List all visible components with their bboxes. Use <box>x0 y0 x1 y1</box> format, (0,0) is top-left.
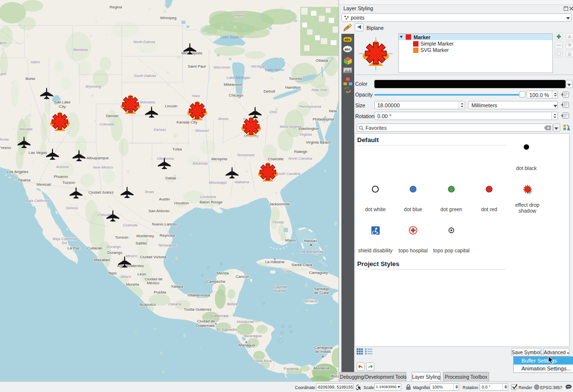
svg-text:Monterrey: Monterrey <box>136 234 154 238</box>
svg-text:Jalisco: Jalisco <box>120 274 131 279</box>
svg-text:Nuevo Laredo: Nuevo Laredo <box>152 222 177 226</box>
svg-text:Virginia Beach: Virginia Beach <box>306 140 331 145</box>
svg-text:New Yo: New Yo <box>329 109 339 113</box>
svg-text:Arkansas: Arkansas <box>192 161 208 166</box>
svg-text:Ottawa: Ottawa <box>315 58 328 63</box>
svg-text:Villahermosa: Villahermosa <box>187 293 210 297</box>
svg-text:Regina: Regina <box>109 5 122 9</box>
svg-text:Baja California: Baja California <box>26 198 50 203</box>
svg-text:Winnipeg: Winnipeg <box>160 16 176 20</box>
svg-text:León: León <box>137 272 146 276</box>
svg-text:Panamá: Panamá <box>284 367 298 371</box>
svg-text:Nassau: Nassau <box>304 239 317 243</box>
svg-text:Acapulco: Acapulco <box>140 302 156 307</box>
svg-text:gton: gton <box>0 41 6 45</box>
svg-text:Lake Superior: Lake Superior <box>221 35 244 39</box>
svg-text:Ciudad Victoria: Ciudad Victoria <box>140 255 167 259</box>
svg-text:Illinois: Illinois <box>218 117 229 121</box>
svg-text:Wisconsin: Wisconsin <box>213 65 230 70</box>
svg-text:La Habana: La Habana <box>265 260 285 264</box>
svg-text:Buca: Buca <box>331 374 339 378</box>
svg-text:Salt Lake: Salt Lake <box>54 100 71 104</box>
svg-text:Milwaukee: Milwaukee <box>224 82 242 87</box>
svg-text:Lake Huron: Lake Huron <box>265 68 285 72</box>
svg-text:Camagüey: Camagüey <box>309 270 328 275</box>
svg-text:Cuba: Cuba <box>283 269 291 273</box>
svg-text:Cancún: Cancún <box>235 274 249 279</box>
svg-text:Houston: Houston <box>174 201 189 205</box>
svg-text:Iowa: Iowa <box>192 94 200 98</box>
svg-text:Culiacán: Culiacán <box>87 246 102 250</box>
svg-text:Saltillo: Saltillo <box>135 241 147 245</box>
svg-text:Reynosa: Reynosa <box>159 233 175 238</box>
svg-text:Tijuana: Tijuana <box>18 178 30 182</box>
svg-text:Mérida: Mérida <box>217 271 229 275</box>
svg-text:Managua: Managua <box>238 343 255 347</box>
svg-text:Missouri: Missouri <box>195 128 209 133</box>
svg-text:abc: abc <box>344 38 350 41</box>
svg-text:México: México <box>126 254 137 258</box>
svg-text:South Dakota: South Dakota <box>133 74 156 78</box>
svg-text:Montana: Montana <box>73 48 87 52</box>
svg-text:North Carolina: North Carolina <box>288 156 312 161</box>
svg-text:Puebla: Puebla <box>154 290 166 294</box>
svg-text:Coahuila: Coahuila <box>123 223 137 227</box>
svg-text:Mexicali: Mexicali <box>37 182 51 187</box>
svg-text:Idaho: Idaho <box>31 60 40 64</box>
svg-text:Tepic: Tepic <box>108 271 117 275</box>
svg-text:Los Angeles: Los Angeles <box>7 170 28 174</box>
svg-text:de Indias: de Indias <box>315 349 331 354</box>
svg-text:Nebraska: Nebraska <box>139 100 155 104</box>
svg-text:Kansas: Kansas <box>154 127 166 132</box>
svg-text:Virginia: Virginia <box>300 132 312 137</box>
svg-text:Nicaragua: Nicaragua <box>244 334 262 338</box>
svg-text:Colorado: Colorado <box>100 122 114 126</box>
svg-text:fornia: fornia <box>0 137 8 142</box>
svg-text:de Cuba: de Cuba <box>314 291 329 295</box>
svg-text:Hamilton: Hamilton <box>285 85 301 90</box>
svg-text:Miami: Miami <box>285 238 296 243</box>
svg-text:Toronto: Toronto <box>289 76 302 81</box>
svg-text:Ontario: Ontario <box>233 13 245 18</box>
svg-text:Florida: Florida <box>273 220 284 224</box>
svg-text:Tuxtla Gutiérrez: Tuxtla Gutiérrez <box>184 307 212 312</box>
svg-text:Alabama: Alabama <box>234 180 249 184</box>
svg-text:Arizona: Arizona <box>55 165 68 169</box>
svg-text:Guatemala: Guatemala <box>209 314 229 318</box>
svg-text:Belize: Belize <box>227 302 238 306</box>
svg-text:México: México <box>147 281 159 285</box>
svg-text:Jacksonville: Jacksonville <box>269 202 290 206</box>
svg-text:Tulsa: Tulsa <box>172 147 182 151</box>
svg-text:El Salvador: El Salvador <box>217 327 237 332</box>
svg-text:New York: New York <box>312 88 328 92</box>
svg-text:Campeche: Campeche <box>207 279 226 284</box>
svg-text:Oklahoma: Oklahoma <box>157 156 174 161</box>
svg-text:Raleigh: Raleigh <box>294 149 307 154</box>
svg-text:Michigan: Michigan <box>251 64 266 69</box>
svg-text:Chicago: Chicago <box>229 93 243 98</box>
svg-text:Costa Rica: Costa Rica <box>252 359 272 363</box>
svg-text:gon: gon <box>0 72 7 76</box>
svg-text:Charlotte: Charlotte <box>268 157 284 161</box>
svg-text:West Virginia: West Virginia <box>280 124 301 129</box>
svg-text:Sur: Sur <box>61 241 67 245</box>
svg-text:Phoenix: Phoenix <box>54 174 68 179</box>
svg-text:Wyoming: Wyoming <box>85 84 101 89</box>
svg-text:Pennsylvania: Pennsylvania <box>299 104 321 109</box>
svg-text:Tucson: Tucson <box>62 180 75 185</box>
svg-text:Albuquerque: Albuquerque <box>86 156 109 160</box>
svg-text:Denver: Denver <box>106 114 119 118</box>
svg-text:Durango: Durango <box>107 250 123 255</box>
svg-text:Boise: Boise <box>26 76 36 81</box>
svg-text:Nevada: Nevada <box>20 127 32 131</box>
svg-text:Sonora: Sonora <box>66 206 78 210</box>
svg-text:abc: abc <box>344 48 350 51</box>
svg-text:Tennessee: Tennessee <box>237 153 255 157</box>
svg-text:Lake Michigan: Lake Michigan <box>227 75 250 80</box>
svg-text:Saint Paul: Saint Paul <box>188 64 206 69</box>
svg-text:Ohio: Ohio <box>269 110 277 114</box>
svg-text:Kansas City: Kansas City <box>177 120 198 124</box>
svg-text:Mississippi: Mississippi <box>209 180 227 185</box>
svg-text:Xalapa: Xalapa <box>171 284 183 289</box>
svg-text:Oaxaca: Oaxaca <box>168 302 181 306</box>
